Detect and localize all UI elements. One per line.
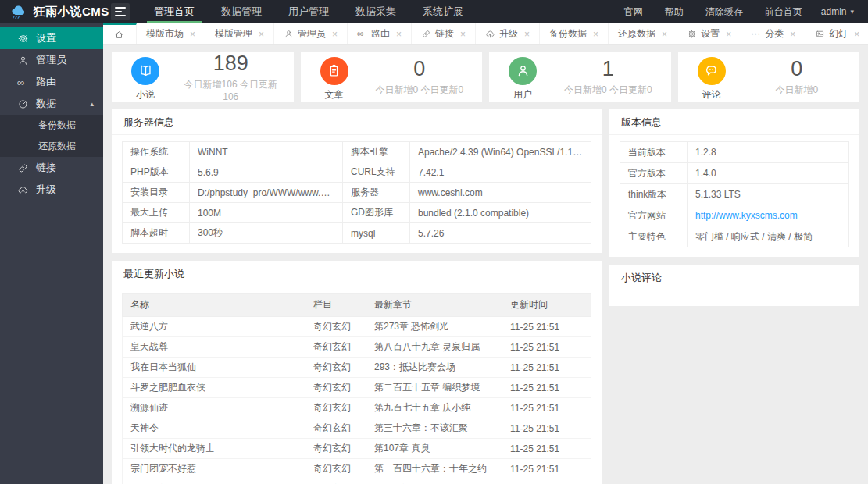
info-value: bundled (2.1.0 compatible): [410, 203, 591, 223]
hamburger-menu-icon[interactable]: [111, 3, 130, 20]
top-nav-item[interactable]: 系统扩展: [409, 0, 477, 23]
stat-icon-block: 文章: [301, 54, 368, 101]
tab-close-icon[interactable]: ×: [332, 29, 338, 40]
novel-comments-title: 小说评论: [609, 265, 859, 290]
tab-模版管理[interactable]: 模版管理×: [205, 23, 274, 44]
novel-update-time: 11-25 21:51: [502, 459, 591, 479]
tab-close-icon[interactable]: ×: [790, 29, 795, 40]
version-info-row: 主要特色零门槛 / 响应式 / 清爽 / 极简: [620, 226, 849, 247]
upload-icon: [17, 184, 29, 196]
stat-card-用户[interactable]: 用户1今日新增0 今日更新0: [489, 52, 671, 102]
server-info-row: 最大上传100MGD图形库bundled (2.1.0 compatible): [123, 203, 591, 223]
sidebar-subitem-备份数据[interactable]: 备份数据: [0, 115, 103, 136]
tab-label: 设置: [701, 27, 720, 41]
book-icon: [131, 57, 159, 85]
sidebar-item-设置[interactable]: 设置: [0, 27, 103, 49]
sidebar-subitem-label: 备份数据: [38, 119, 76, 132]
comment-icon: [698, 57, 726, 85]
tab-备份数据[interactable]: 备份数据×: [540, 23, 609, 44]
recent-novels-title: 最近更新小说: [112, 261, 602, 286]
tab-close-icon[interactable]: ×: [259, 29, 264, 40]
tab-升级[interactable]: 升级×: [476, 23, 540, 44]
novel-latest-chapter: 第107章 真臭: [366, 439, 502, 459]
novel-category: 奇幻玄幻: [305, 479, 366, 484]
top-nav-item[interactable]: 用户管理: [275, 0, 342, 23]
app-logo[interactable]: 狂雨小说CMS: [0, 3, 103, 20]
info-value: WiNNT: [190, 142, 343, 162]
top-right-item[interactable]: 官网: [613, 0, 654, 23]
stat-subtitle: 今日新增0: [745, 84, 849, 97]
top-right-item[interactable]: 前台首页: [754, 0, 813, 23]
novel-latest-chapter: 第273章 恐怖剑光: [366, 317, 502, 337]
info-value: http://www.kyxscms.com: [688, 205, 849, 226]
stat-card-文章[interactable]: 文章0今日新增0 今日更新0: [301, 52, 483, 102]
version-info-panel: 版本信息 当前版本1.2.8官方版本1.4.0think版本5.1.33 LTS…: [609, 109, 859, 257]
version-info-row: 官方版本1.4.0: [620, 163, 849, 184]
tab-close-icon[interactable]: ×: [726, 29, 731, 40]
info-value: 300秒: [190, 223, 343, 244]
tab-close-icon[interactable]: ×: [662, 29, 667, 40]
stat-subtitle: 今日新增0 今日更新0: [556, 84, 660, 97]
sidebar-subitem-还原数据[interactable]: 还原数据: [0, 136, 103, 157]
novel-row: 斗罗之肥肥血衣侠奇幻玄幻第二百五十五章 编织梦境11-25 21:51: [123, 378, 591, 398]
novel-update-time: 11-25 21:51: [502, 418, 591, 439]
sidebar-item-管理员[interactable]: 管理员: [0, 49, 103, 71]
tab-home[interactable]: [103, 23, 137, 44]
tab-close-icon[interactable]: ×: [524, 29, 530, 40]
tab-label: 分类: [765, 27, 784, 41]
novel-comments-panel: 小说评论: [609, 265, 859, 306]
tab-链接[interactable]: 链接×: [412, 23, 476, 44]
tab-幻灯[interactable]: 幻灯×: [805, 23, 868, 44]
novels-column-header: 栏目: [305, 294, 366, 317]
novel-update-time: 11-25 21:51: [502, 398, 591, 418]
stat-label: 文章: [325, 88, 344, 101]
official-site-link[interactable]: http://www.kyxscms.com: [695, 210, 798, 221]
tab-close-icon[interactable]: ×: [460, 29, 466, 40]
tab-close-icon[interactable]: ×: [190, 29, 195, 40]
novels-column-header: 名称: [123, 294, 305, 317]
server-info-row: 操作系统WiNNT脚本引擎Apache/2.4.39 (Win64) OpenS…: [123, 142, 591, 162]
top-nav-item[interactable]: 数据管理: [208, 0, 275, 23]
clipboard-icon: [320, 57, 348, 85]
tab-label: 备份数据: [549, 27, 587, 41]
novel-row: 宗门团宠不好惹奇幻玄幻第一百四十六章：十年之约11-25 21:51: [123, 459, 591, 479]
route-icon: ∞: [17, 77, 29, 88]
novel-title: 武逆八方: [123, 317, 305, 337]
gear-icon: [17, 33, 29, 44]
tab-close-icon[interactable]: ×: [854, 29, 859, 40]
tab-管理员[interactable]: 管理员×: [274, 23, 348, 44]
info-label: 官方版本: [620, 163, 688, 184]
server-info-row: PHP版本5.6.9CURL支持7.42.1: [123, 162, 591, 183]
top-nav-item[interactable]: 数据采集: [342, 0, 409, 23]
image-icon: [815, 29, 825, 39]
user-menu[interactable]: admin ▾: [813, 6, 868, 17]
tab-close-icon[interactable]: ×: [396, 29, 402, 40]
stat-value: 1: [556, 58, 660, 80]
novel-category: 奇幻玄幻: [305, 439, 366, 459]
novel-row: 武逆八方奇幻玄幻第273章 恐怖剑光11-25 21:51: [123, 317, 591, 337]
stat-icon-block: 小说: [112, 54, 179, 101]
sidebar-item-数据[interactable]: 数据▴: [0, 93, 103, 115]
novel-latest-chapter: 第九百七十五章 庆小纯: [366, 398, 502, 418]
stat-card-评论[interactable]: 评论0今日新增0: [678, 52, 860, 102]
top-right-item[interactable]: 帮助: [654, 0, 695, 23]
username: admin: [821, 6, 847, 17]
sidebar-item-升级[interactable]: 升级: [0, 179, 103, 201]
tab-还原数据[interactable]: 还原数据×: [609, 23, 677, 44]
novel-category: 奇幻玄幻: [305, 378, 366, 398]
tab-close-icon[interactable]: ×: [593, 29, 598, 40]
sidebar-item-label: 管理员: [36, 53, 66, 67]
tab-设置[interactable]: 设置×: [677, 23, 741, 44]
novels-column-header: 最新章节: [366, 294, 502, 317]
top-right-item[interactable]: 清除缓存: [695, 0, 754, 23]
sidebar-item-链接[interactable]: 链接: [0, 157, 103, 179]
tab-路由[interactable]: ∞路由×: [348, 23, 412, 44]
tab-模版市场[interactable]: 模版市场×: [137, 23, 205, 44]
sidebar-item-路由[interactable]: ∞路由: [0, 71, 103, 93]
top-nav-item[interactable]: 管理首页: [141, 0, 208, 23]
stat-card-小说[interactable]: 小说189今日新增106 今日更新106: [112, 52, 294, 102]
novel-category: 奇幻玄幻: [305, 398, 366, 418]
stat-cards-row: 小说189今日新增106 今日更新106文章0今日新增0 今日更新0用户1今日新…: [112, 52, 859, 102]
info-label: GD图形库: [343, 203, 410, 223]
tab-分类[interactable]: ···分类×: [741, 23, 805, 44]
